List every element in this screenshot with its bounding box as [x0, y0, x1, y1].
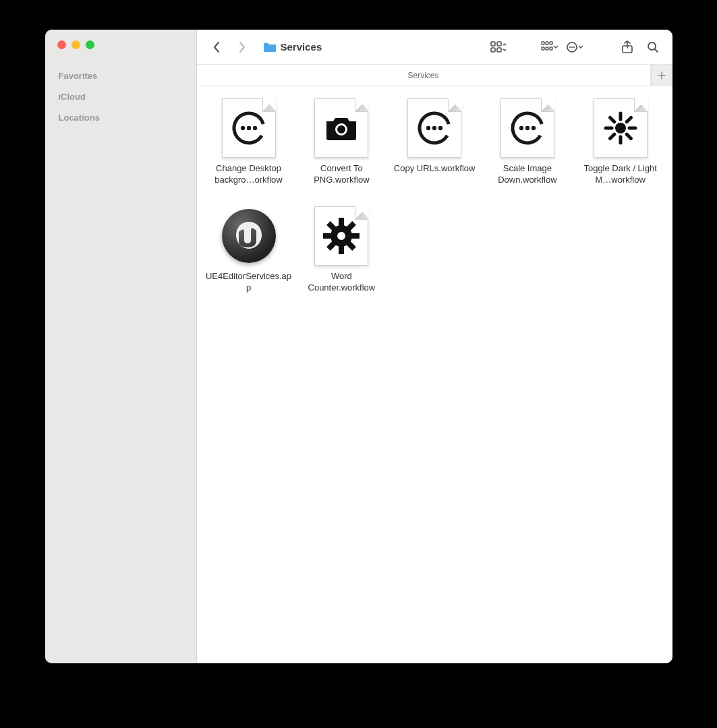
svg-point-12 — [571, 46, 572, 47]
svg-point-18 — [240, 126, 244, 130]
file-item[interactable]: UE4EditorServices.app — [205, 205, 293, 294]
search-button[interactable] — [643, 37, 663, 57]
group-button[interactable] — [540, 37, 561, 57]
file-grid-container: Change Desktop backgro…orkflow Convert T… — [197, 86, 672, 663]
forward-button[interactable] — [232, 37, 252, 57]
svg-point-24 — [426, 126, 430, 130]
view-mode-button[interactable] — [489, 37, 509, 57]
svg-line-33 — [627, 134, 631, 138]
action-menu-button[interactable] — [566, 37, 586, 57]
svg-rect-4 — [542, 42, 544, 44]
file-item[interactable]: Toggle Dark / Light M…workflow — [577, 97, 664, 186]
svg-point-31 — [615, 123, 626, 133]
svg-point-22 — [337, 125, 345, 133]
file-name-label: Change Desktop backgro…orkflow — [205, 163, 293, 186]
file-name-label: Scale Image Down.workflow — [484, 163, 571, 186]
svg-point-19 — [246, 126, 250, 130]
workflow-icon — [312, 205, 371, 267]
sidebar-section-locations[interactable]: Locations — [45, 107, 196, 128]
folder-name: Services — [281, 41, 322, 53]
file-item[interactable]: Word Counter.workflow — [298, 205, 386, 294]
path-title: Services — [263, 41, 322, 53]
sidebar-section-favorites[interactable]: Favorites — [45, 65, 196, 86]
window-controls — [45, 40, 196, 65]
file-name-label: Copy URLs.workflow — [394, 163, 476, 175]
workflow-icon — [405, 97, 464, 159]
svg-point-28 — [519, 126, 523, 130]
new-tab-button[interactable] — [651, 65, 672, 86]
file-item[interactable]: Change Desktop backgro…orkflow — [205, 97, 293, 186]
svg-rect-1 — [497, 42, 501, 46]
svg-rect-8 — [546, 47, 548, 50]
file-item[interactable]: Copy URLs.workflow — [391, 97, 478, 186]
svg-point-20 — [252, 126, 256, 130]
workflow-icon — [312, 97, 371, 159]
svg-rect-0 — [491, 42, 495, 46]
file-name-label: Toggle Dark / Light M…workflow — [577, 163, 664, 186]
svg-point-13 — [573, 46, 574, 47]
tab-label: Services — [407, 71, 438, 80]
svg-line-35 — [610, 134, 614, 138]
sidebar: Favorites iCloud Locations — [45, 30, 197, 663]
toolbar: Services — [197, 30, 672, 65]
svg-rect-9 — [550, 47, 552, 50]
fullscreen-window-button[interactable] — [86, 40, 94, 49]
svg-rect-6 — [550, 42, 552, 44]
svg-point-25 — [432, 126, 436, 130]
svg-point-26 — [438, 126, 442, 130]
close-window-button[interactable] — [57, 40, 66, 49]
svg-line-37 — [610, 117, 614, 121]
back-button[interactable] — [206, 37, 227, 57]
svg-point-15 — [648, 42, 656, 50]
svg-point-30 — [532, 126, 536, 130]
svg-point-29 — [525, 126, 529, 130]
file-item[interactable]: Convert To PNG.workflow — [298, 97, 386, 186]
app-icon — [219, 205, 279, 267]
svg-rect-5 — [546, 42, 548, 44]
workflow-icon — [498, 97, 557, 159]
sidebar-section-icloud[interactable]: iCloud — [45, 86, 196, 107]
svg-rect-7 — [542, 47, 544, 50]
share-button[interactable] — [617, 37, 637, 57]
svg-line-16 — [655, 49, 658, 52]
file-name-label: Convert To PNG.workflow — [298, 163, 386, 186]
folder-icon — [263, 42, 277, 53]
svg-point-11 — [569, 46, 570, 47]
main-content: Services — [197, 30, 672, 663]
svg-point-49 — [337, 232, 345, 240]
minimize-window-button[interactable] — [71, 40, 80, 49]
svg-rect-2 — [491, 48, 495, 52]
file-item[interactable]: Scale Image Down.workflow — [484, 97, 571, 186]
finder-window: Favorites iCloud Locations Services — [45, 30, 672, 663]
file-name-label: UE4EditorServices.app — [205, 271, 293, 294]
workflow-icon — [219, 97, 279, 159]
svg-line-39 — [627, 117, 631, 121]
tab-bar: Services — [197, 65, 672, 86]
workflow-icon — [591, 97, 650, 159]
svg-rect-3 — [497, 48, 501, 52]
tab-services[interactable]: Services — [197, 65, 651, 86]
file-name-label: Word Counter.workflow — [298, 271, 386, 294]
